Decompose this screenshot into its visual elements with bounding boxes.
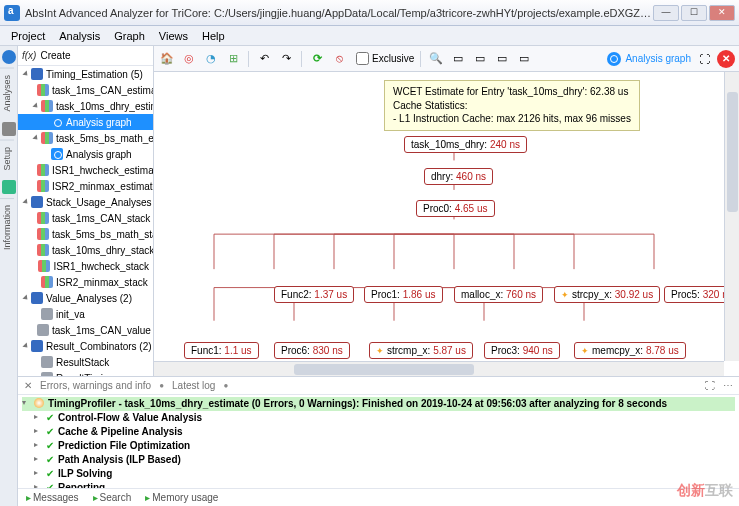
window-close-button[interactable]: ✕ bbox=[709, 5, 735, 21]
tree-item-icon bbox=[37, 244, 49, 256]
tree-item[interactable]: ResultStack bbox=[18, 354, 153, 370]
tool-stop-icon[interactable]: ⦸ bbox=[330, 50, 348, 68]
exclusive-checkbox-input[interactable] bbox=[356, 52, 369, 65]
log-body[interactable]: ▾ TimingProfiler - task_10ms_dhry_estima… bbox=[18, 395, 739, 488]
tree-item-label: task_1ms_CAN_estimate bbox=[52, 85, 153, 96]
tree-item[interactable]: ISR2_minmax_stack bbox=[18, 274, 153, 290]
node-proc1[interactable]: Proc1: 1.86 us bbox=[364, 286, 443, 303]
twisty-icon[interactable] bbox=[32, 134, 39, 141]
tree-item-icon bbox=[37, 324, 49, 336]
log-twisty-icon[interactable]: ▾ bbox=[22, 397, 30, 408]
tool-chart-icon[interactable]: ◔ bbox=[202, 50, 220, 68]
tree-item[interactable]: task_10ms_dhry_stack bbox=[18, 242, 153, 258]
tree-item[interactable]: Result_Combinators (2) bbox=[18, 338, 153, 354]
twisty-icon[interactable] bbox=[32, 102, 39, 109]
left-tab-analyses[interactable]: Analyses bbox=[0, 68, 14, 118]
menu-help[interactable]: Help bbox=[195, 28, 232, 44]
menu-analysis[interactable]: Analysis bbox=[52, 28, 107, 44]
tool-tree-icon[interactable]: ⊞ bbox=[224, 50, 242, 68]
check-icon: ✔ bbox=[46, 467, 54, 481]
tree-item-label: ISR1_hwcheck_stack bbox=[53, 261, 149, 272]
twisty-icon[interactable] bbox=[22, 198, 29, 205]
tool-zoom-icon[interactable]: 🔍 bbox=[427, 50, 445, 68]
tool-redo-icon[interactable]: ↷ bbox=[277, 50, 295, 68]
tool-refresh-icon[interactable]: ⟳ bbox=[308, 50, 326, 68]
node-strcpy[interactable]: strcpy_x: 30.92 us bbox=[554, 286, 660, 303]
tree-item[interactable]: Analysis graph bbox=[18, 114, 153, 130]
graph-scrollbar-horizontal[interactable] bbox=[154, 361, 724, 376]
node-proc3[interactable]: Proc3: 940 ns bbox=[484, 342, 560, 359]
project-tree[interactable]: Timing_Estimation (5)task_1ms_CAN_estima… bbox=[18, 66, 153, 376]
tree-item[interactable]: task_1ms_CAN_value bbox=[18, 322, 153, 338]
window-minimize-button[interactable]: ― bbox=[653, 5, 679, 21]
twisty-icon[interactable] bbox=[22, 294, 29, 301]
node-proc6[interactable]: Proc6: 830 ns bbox=[274, 342, 350, 359]
tree-item[interactable]: Timing_Estimation (5) bbox=[18, 66, 153, 82]
node-memcpy[interactable]: memcpy_x: 8.78 us bbox=[574, 342, 686, 359]
twisty-icon[interactable]: ▸ bbox=[34, 411, 42, 422]
node-task10ms[interactable]: task_10ms_dhry: 240 ns bbox=[404, 136, 527, 153]
twisty-icon[interactable]: ▸ bbox=[34, 439, 42, 450]
window-titlebar: AbsInt Advanced Analyzer for TriCore: C:… bbox=[0, 0, 739, 26]
tree-item-icon bbox=[37, 180, 49, 192]
menu-views[interactable]: Views bbox=[152, 28, 195, 44]
tree-item-label: Result_Combinators (2) bbox=[46, 341, 152, 352]
graph-canvas[interactable]: WCET Estimate for Entry 'task_10ms_dhry'… bbox=[154, 72, 739, 376]
log-tab-messages[interactable]: ▸Messages bbox=[26, 492, 79, 503]
node-strcmp[interactable]: strcmp_x: 5.87 us bbox=[369, 342, 473, 359]
left-tab-information[interactable]: Information bbox=[0, 198, 14, 256]
tree-item[interactable]: init_va bbox=[18, 306, 153, 322]
twisty-icon[interactable]: ▸ bbox=[34, 481, 42, 488]
status-orb-icon bbox=[34, 398, 44, 408]
log-menu-icon[interactable]: ⋯ bbox=[723, 380, 733, 391]
twisty-icon[interactable]: ▸ bbox=[34, 425, 42, 436]
node-proc0[interactable]: Proc0: 4.65 us bbox=[416, 200, 495, 217]
exclusive-checkbox[interactable]: Exclusive bbox=[356, 52, 414, 65]
node-func2[interactable]: Func2: 1.37 us bbox=[274, 286, 354, 303]
tool-undo-icon[interactable]: ↶ bbox=[255, 50, 273, 68]
wcet-tooltip: WCET Estimate for Entry 'task_10ms_dhry'… bbox=[384, 80, 640, 131]
log-filter-errors[interactable]: ✕ bbox=[24, 380, 32, 391]
tree-item-label: Analysis graph bbox=[66, 149, 132, 160]
log-tab-memory[interactable]: ▸Memory usage bbox=[145, 492, 218, 503]
node-dhry[interactable]: dhry: 460 ns bbox=[424, 168, 493, 185]
tree-item[interactable]: ISR2_minmax_estimate bbox=[18, 178, 153, 194]
node-func1[interactable]: Func1: 1.1 us bbox=[184, 342, 259, 359]
graph-scrollbar-vertical[interactable] bbox=[724, 72, 739, 361]
twisty-icon[interactable] bbox=[22, 70, 29, 77]
tool-globe-icon[interactable]: ◎ bbox=[180, 50, 198, 68]
create-label[interactable]: Create bbox=[40, 50, 70, 61]
twisty-icon[interactable]: ▸ bbox=[34, 467, 42, 478]
tree-item[interactable]: Analysis graph bbox=[18, 146, 153, 162]
tool-doc4-icon[interactable]: ▭ bbox=[515, 50, 533, 68]
graph-icon bbox=[607, 52, 621, 66]
tree-item[interactable]: ISR1_hwcheck_stack bbox=[18, 258, 153, 274]
window-maximize-button[interactable]: ☐ bbox=[681, 5, 707, 21]
log-expand-icon[interactable]: ⛶ bbox=[705, 380, 715, 391]
menu-graph[interactable]: Graph bbox=[107, 28, 152, 44]
check-icon: ✔ bbox=[46, 481, 54, 488]
tool-doc3-icon[interactable]: ▭ bbox=[493, 50, 511, 68]
twisty-icon[interactable]: ▸ bbox=[34, 453, 42, 464]
left-tab-setup[interactable]: Setup bbox=[0, 140, 14, 177]
tree-item[interactable]: task_5ms_bs_math_stack bbox=[18, 226, 153, 242]
tree-item[interactable]: task_5ms_bs_math_estim bbox=[18, 130, 153, 146]
node-malloc[interactable]: malloc_x: 760 ns bbox=[454, 286, 543, 303]
tree-item[interactable]: Value_Analyses (2) bbox=[18, 290, 153, 306]
tree-item[interactable]: task_1ms_CAN_stack bbox=[18, 210, 153, 226]
twisty-icon[interactable] bbox=[22, 342, 29, 349]
tool-doc1-icon[interactable]: ▭ bbox=[449, 50, 467, 68]
tree-item[interactable]: ISR1_hwcheck_estimate bbox=[18, 162, 153, 178]
left-tab-icon[interactable] bbox=[2, 50, 16, 64]
tree-item[interactable]: task_1ms_CAN_estimate bbox=[18, 82, 153, 98]
menu-project[interactable]: Project bbox=[4, 28, 52, 44]
left-tab-icon[interactable] bbox=[2, 122, 16, 136]
tree-item[interactable]: task_10ms_dhry_estimate bbox=[18, 98, 153, 114]
tree-item[interactable]: Stack_Usage_Analyses (5) bbox=[18, 194, 153, 210]
tool-doc2-icon[interactable]: ▭ bbox=[471, 50, 489, 68]
left-tab-icon[interactable] bbox=[2, 180, 16, 194]
tool-expand-icon[interactable]: ⛶ bbox=[695, 50, 713, 68]
tool-home-icon[interactable]: 🏠 bbox=[158, 50, 176, 68]
panel-close-button[interactable]: ✕ bbox=[717, 50, 735, 68]
log-tab-search[interactable]: ▸Search bbox=[93, 492, 132, 503]
